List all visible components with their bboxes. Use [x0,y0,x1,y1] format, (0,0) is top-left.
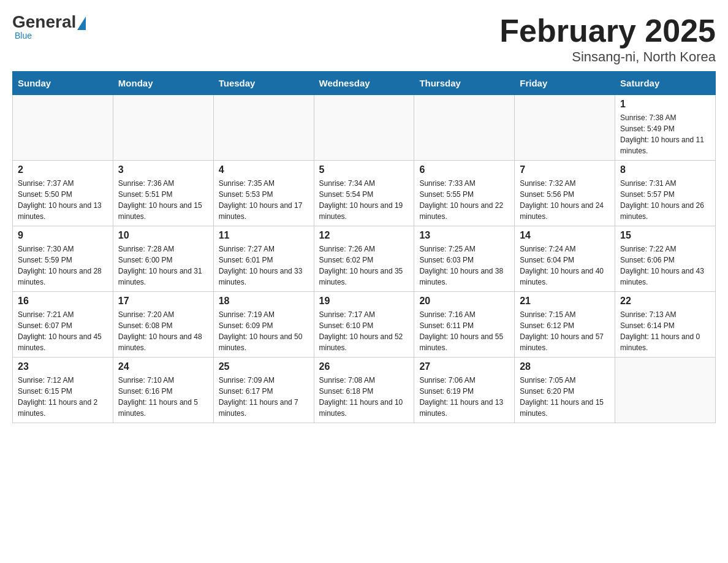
day-number: 21 [520,296,610,307]
day-number: 26 [319,361,409,372]
day-info: Sunrise: 7:10 AM Sunset: 6:16 PM Dayligh… [118,375,208,419]
logo-general-text: General [12,12,76,32]
title-block: February 2025 Sinsang-ni, North Korea [499,12,716,65]
calendar-cell: 6Sunrise: 7:33 AM Sunset: 5:55 PM Daylig… [414,161,515,226]
logo: General Blue [12,12,86,40]
calendar-header-row: SundayMondayTuesdayWednesdayThursdayFrid… [13,72,716,95]
day-info: Sunrise: 7:34 AM Sunset: 5:54 PM Dayligh… [319,178,409,222]
calendar-cell: 18Sunrise: 7:19 AM Sunset: 6:09 PM Dayli… [213,292,314,358]
calendar-cell: 23Sunrise: 7:12 AM Sunset: 6:15 PM Dayli… [13,358,113,423]
day-info: Sunrise: 7:27 AM Sunset: 6:01 PM Dayligh… [219,243,309,288]
calendar-cell: 4Sunrise: 7:35 AM Sunset: 5:53 PM Daylig… [213,161,314,226]
day-info: Sunrise: 7:35 AM Sunset: 5:53 PM Dayligh… [219,178,309,222]
day-number: 10 [118,230,208,241]
day-number: 13 [419,230,509,241]
page-subtitle: Sinsang-ni, North Korea [499,49,716,65]
day-number: 18 [219,296,309,307]
calendar-cell: 26Sunrise: 7:08 AM Sunset: 6:18 PM Dayli… [314,358,414,423]
day-number: 1 [620,99,710,110]
day-info: Sunrise: 7:20 AM Sunset: 6:08 PM Dayligh… [118,309,208,353]
day-info: Sunrise: 7:16 AM Sunset: 6:11 PM Dayligh… [419,309,509,353]
calendar-week-row: 9Sunrise: 7:30 AM Sunset: 5:59 PM Daylig… [13,226,716,292]
calendar-week-row: 2Sunrise: 7:37 AM Sunset: 5:50 PM Daylig… [13,161,716,226]
calendar-cell: 11Sunrise: 7:27 AM Sunset: 6:01 PM Dayli… [213,226,314,292]
calendar-header-monday: Monday [113,72,213,95]
calendar-week-row: 16Sunrise: 7:21 AM Sunset: 6:07 PM Dayli… [13,292,716,358]
day-number: 28 [520,361,610,372]
day-info: Sunrise: 7:19 AM Sunset: 6:09 PM Dayligh… [219,309,309,353]
day-number: 7 [520,164,610,175]
day-number: 25 [219,361,309,372]
calendar-cell: 2Sunrise: 7:37 AM Sunset: 5:50 PM Daylig… [13,161,113,226]
day-number: 19 [319,296,409,307]
day-number: 6 [419,164,509,175]
calendar-cell: 27Sunrise: 7:06 AM Sunset: 6:19 PM Dayli… [414,358,515,423]
calendar-week-row: 1Sunrise: 7:38 AM Sunset: 5:49 PM Daylig… [13,95,716,161]
calendar-cell: 22Sunrise: 7:13 AM Sunset: 6:14 PM Dayli… [615,292,716,358]
day-info: Sunrise: 7:36 AM Sunset: 5:51 PM Dayligh… [118,178,208,222]
day-number: 5 [319,164,409,175]
calendar-table: SundayMondayTuesdayWednesdayThursdayFrid… [12,71,716,423]
calendar-cell: 12Sunrise: 7:26 AM Sunset: 6:02 PM Dayli… [314,226,414,292]
day-number: 27 [419,361,509,372]
day-number: 4 [219,164,309,175]
calendar-cell [515,95,615,161]
day-info: Sunrise: 7:28 AM Sunset: 6:00 PM Dayligh… [118,243,208,288]
day-number: 8 [620,164,710,175]
calendar-header-wednesday: Wednesday [314,72,414,95]
calendar-cell: 8Sunrise: 7:31 AM Sunset: 5:57 PM Daylig… [615,161,716,226]
calendar-cell: 3Sunrise: 7:36 AM Sunset: 5:51 PM Daylig… [113,161,213,226]
calendar-header-tuesday: Tuesday [213,72,314,95]
day-info: Sunrise: 7:13 AM Sunset: 6:14 PM Dayligh… [620,309,710,353]
day-info: Sunrise: 7:22 AM Sunset: 6:06 PM Dayligh… [620,243,710,288]
calendar-cell: 19Sunrise: 7:17 AM Sunset: 6:10 PM Dayli… [314,292,414,358]
day-number: 23 [18,361,108,372]
calendar-week-row: 23Sunrise: 7:12 AM Sunset: 6:15 PM Dayli… [13,358,716,423]
day-info: Sunrise: 7:38 AM Sunset: 5:49 PM Dayligh… [620,112,710,156]
calendar-cell: 28Sunrise: 7:05 AM Sunset: 6:20 PM Dayli… [515,358,615,423]
day-info: Sunrise: 7:05 AM Sunset: 6:20 PM Dayligh… [520,375,610,419]
day-info: Sunrise: 7:24 AM Sunset: 6:04 PM Dayligh… [520,243,610,288]
day-number: 22 [620,296,710,307]
calendar-header-friday: Friday [515,72,615,95]
calendar-header-saturday: Saturday [615,72,716,95]
calendar-cell [13,95,113,161]
day-info: Sunrise: 7:37 AM Sunset: 5:50 PM Dayligh… [18,178,108,222]
day-info: Sunrise: 7:06 AM Sunset: 6:19 PM Dayligh… [419,375,509,419]
day-info: Sunrise: 7:26 AM Sunset: 6:02 PM Dayligh… [319,243,409,288]
calendar-cell: 5Sunrise: 7:34 AM Sunset: 5:54 PM Daylig… [314,161,414,226]
day-number: 15 [620,230,710,241]
page-header: General Blue February 2025 Sinsang-ni, N… [12,12,716,65]
day-number: 16 [18,296,108,307]
calendar-cell: 24Sunrise: 7:10 AM Sunset: 6:16 PM Dayli… [113,358,213,423]
day-number: 12 [319,230,409,241]
logo-triangle-icon [77,17,86,30]
day-info: Sunrise: 7:15 AM Sunset: 6:12 PM Dayligh… [520,309,610,353]
day-info: Sunrise: 7:09 AM Sunset: 6:17 PM Dayligh… [219,375,309,419]
calendar-cell: 20Sunrise: 7:16 AM Sunset: 6:11 PM Dayli… [414,292,515,358]
calendar-cell: 10Sunrise: 7:28 AM Sunset: 6:00 PM Dayli… [113,226,213,292]
calendar-cell [314,95,414,161]
day-number: 2 [18,164,108,175]
day-info: Sunrise: 7:12 AM Sunset: 6:15 PM Dayligh… [18,375,108,419]
logo-blue-text: Blue [15,31,32,40]
day-info: Sunrise: 7:31 AM Sunset: 5:57 PM Dayligh… [620,178,710,222]
day-number: 11 [219,230,309,241]
calendar-cell: 14Sunrise: 7:24 AM Sunset: 6:04 PM Dayli… [515,226,615,292]
calendar-cell [414,95,515,161]
calendar-cell: 7Sunrise: 7:32 AM Sunset: 5:56 PM Daylig… [515,161,615,226]
day-number: 9 [18,230,108,241]
page-title: February 2025 [499,12,716,49]
day-number: 20 [419,296,509,307]
day-number: 17 [118,296,208,307]
calendar-header-sunday: Sunday [13,72,113,95]
calendar-cell: 16Sunrise: 7:21 AM Sunset: 6:07 PM Dayli… [13,292,113,358]
calendar-cell: 1Sunrise: 7:38 AM Sunset: 5:49 PM Daylig… [615,95,716,161]
day-info: Sunrise: 7:30 AM Sunset: 5:59 PM Dayligh… [18,243,108,288]
day-info: Sunrise: 7:33 AM Sunset: 5:55 PM Dayligh… [419,178,509,222]
day-number: 24 [118,361,208,372]
day-info: Sunrise: 7:21 AM Sunset: 6:07 PM Dayligh… [18,309,108,353]
calendar-cell [213,95,314,161]
calendar-cell: 17Sunrise: 7:20 AM Sunset: 6:08 PM Dayli… [113,292,213,358]
calendar-cell: 9Sunrise: 7:30 AM Sunset: 5:59 PM Daylig… [13,226,113,292]
